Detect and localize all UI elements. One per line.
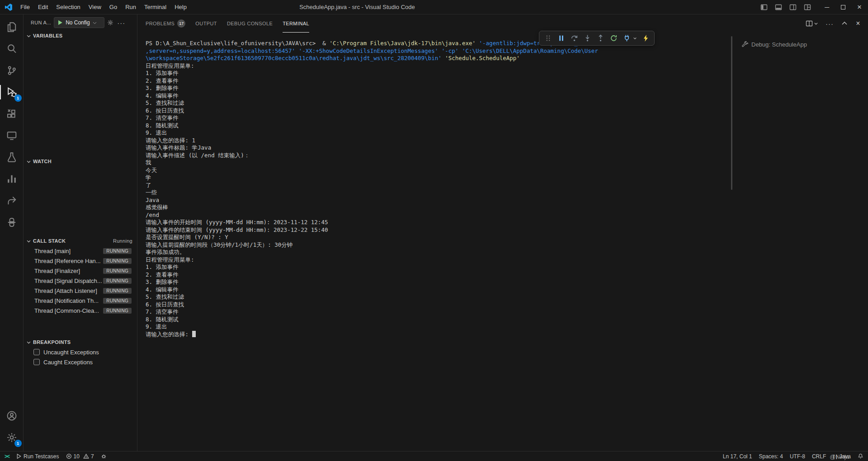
terminal-scrollbar[interactable] — [731, 36, 732, 190]
search-icon[interactable] — [0, 38, 24, 60]
problems-status[interactable]: 10 7 — [66, 453, 94, 460]
charts-icon[interactable] — [0, 168, 24, 190]
step-over-button[interactable] — [570, 34, 579, 43]
notifications-bell[interactable] — [858, 453, 863, 459]
run-testcases-button[interactable]: Run Testcases — [16, 453, 59, 460]
settings-gear-icon[interactable]: 1 — [0, 427, 24, 448]
remote-indicator[interactable]: >< — [5, 453, 9, 460]
accounts-icon[interactable] — [0, 405, 24, 427]
terminal-line: 8. 随机测试 — [146, 316, 734, 324]
explorer-icon[interactable] — [0, 16, 24, 38]
thread-state-badge: RUNNING — [103, 248, 132, 254]
minimize-button[interactable]: ─ — [825, 4, 829, 11]
panel-tab[interactable]: OUTPUT — [195, 14, 217, 33]
terminal-output[interactable]: PS D:\A_Shun_Exclusive\life_ofuniversity… — [137, 33, 734, 451]
thread-state-badge: RUNNING — [103, 308, 132, 314]
pause-button[interactable] — [557, 34, 566, 43]
menu-item[interactable]: File — [16, 0, 34, 14]
layout-panel-icon[interactable] — [775, 4, 782, 11]
testing-icon[interactable] — [0, 146, 24, 168]
menu-item[interactable]: Help — [170, 0, 191, 14]
call-stack-thread[interactable]: Thread [Notification Th... RUNNING — [24, 296, 137, 306]
panel-header: PROBLEMS 17 OUTPUT DEBUG CONSOLE — [137, 14, 868, 33]
hot-code-replace-button[interactable] — [641, 34, 650, 43]
share-icon[interactable] — [0, 190, 24, 212]
layout-secondary-sidebar-icon[interactable] — [789, 4, 797, 11]
start-debug-icon[interactable] — [57, 19, 63, 26]
menu-item[interactable]: Edit — [34, 0, 52, 14]
close-button[interactable]: × — [857, 3, 862, 12]
section-breakpoints[interactable]: BREAKPOINTS — [24, 337, 137, 347]
menu-item[interactable]: Terminal — [140, 0, 170, 14]
step-into-button[interactable] — [583, 34, 592, 43]
status-cursor-position[interactable]: Ln 17, Col 1 — [723, 453, 752, 460]
terminal-line: 请输入事件描述 (以 /end 结束输入)： — [146, 152, 734, 160]
call-stack-threads: Thread [main] RUNNING Thread [Reference … — [24, 246, 137, 315]
chevron-down-icon — [26, 239, 31, 244]
status-encoding[interactable]: UTF-8 — [790, 453, 805, 460]
panel-tab[interactable]: PROBLEMS 17 — [146, 14, 185, 33]
run-and-debug-icon[interactable]: 1 — [0, 81, 24, 103]
error-icon — [66, 453, 72, 459]
layout-sidebar-icon[interactable] — [760, 4, 768, 11]
panel-maximize-chevron[interactable] — [841, 20, 848, 27]
menu-item[interactable]: View — [85, 0, 105, 14]
customize-layout-icon[interactable] — [804, 4, 811, 11]
disconnect-button[interactable] — [622, 34, 631, 43]
sidebar-more-actions[interactable]: ··· — [116, 19, 126, 26]
debug-toolbar — [539, 31, 655, 46]
terminal-line: 2. 查看事件 — [146, 77, 734, 85]
panel-tab[interactable]: DEBUG CONSOLE — [227, 14, 273, 33]
section-call-stack[interactable]: CALL STACK Running — [24, 236, 137, 246]
call-stack-thread[interactable]: Thread [Common-Clea... RUNNING — [24, 306, 137, 315]
window-title: ScheduleApp.java - src - Visual Studio C… — [217, 4, 497, 10]
panel-tabs: PROBLEMS 17 OUTPUT DEBUG CONSOLE — [146, 14, 319, 33]
section-variables[interactable]: VARIABLES — [24, 31, 137, 41]
call-stack-thread[interactable]: Thread [Reference Han... RUNNING — [24, 256, 137, 266]
menu-item[interactable]: Selection — [52, 0, 84, 14]
title-bar: FileEditSelectionViewGoRunTerminalHelp S… — [0, 0, 868, 14]
section-watch[interactable]: WATCH — [24, 156, 137, 166]
panel-more-actions[interactable]: ··· — [825, 20, 835, 27]
chevron-down-icon[interactable] — [633, 36, 637, 40]
terminal-line: 是否设置提醒时间 (Y/N)? : Y — [146, 234, 734, 241]
call-stack-thread[interactable]: Thread [Attach Listener] RUNNING — [24, 286, 137, 296]
status-eol[interactable]: CRLF — [812, 453, 826, 460]
bottom-panel: PROBLEMS 17 OUTPUT DEBUG CONSOLE — [137, 14, 868, 451]
panel-tab[interactable]: TERMINAL — [283, 14, 309, 33]
breakpoints-list: Uncaught Exceptions Caught Exceptions — [24, 347, 137, 367]
gear-icon[interactable] — [107, 19, 113, 26]
panel-close-button[interactable]: × — [854, 20, 862, 27]
drag-grip-icon[interactable] — [543, 34, 552, 43]
status-language-mode[interactable]: { } Java — [833, 453, 851, 460]
breakpoint-checkbox[interactable] — [33, 349, 40, 355]
terminal-line: 7. 清空事件 — [146, 308, 734, 316]
terminal-line: 9. 退出 — [146, 323, 734, 331]
debug-status-icon[interactable] — [101, 453, 107, 459]
braces-icon: { } — [833, 454, 837, 459]
terminal-line: 9. 退出 — [146, 129, 734, 137]
step-out-button[interactable] — [596, 34, 605, 43]
menu-item[interactable]: Run — [121, 0, 140, 14]
breakpoint-row: Caught Exceptions — [24, 357, 137, 367]
terminal-instance-item[interactable]: Debug: ScheduleApp — [739, 40, 864, 49]
split-terminal-button[interactable] — [806, 20, 818, 27]
call-stack-thread[interactable]: Thread [Signal Dispatch... RUNNING — [24, 276, 137, 286]
status-indentation[interactable]: Spaces: 4 — [759, 453, 783, 460]
menu-item[interactable]: Go — [105, 0, 121, 14]
breakpoint-checkbox[interactable] — [33, 359, 40, 365]
panel-tab-label: TERMINAL — [283, 21, 309, 26]
python-icon[interactable] — [0, 212, 24, 233]
play-icon — [16, 453, 22, 459]
call-stack-thread[interactable]: Thread [Finalizer] RUNNING — [24, 266, 137, 276]
terminal-line: 4. 编辑事件 — [146, 92, 734, 100]
maximize-button[interactable] — [841, 5, 845, 9]
extensions-icon[interactable] — [0, 103, 24, 125]
source-control-icon[interactable] — [0, 60, 24, 81]
terminal-line: 3. 删除事件 — [146, 85, 734, 92]
remote-explorer-icon[interactable] — [0, 125, 24, 146]
debug-config-dropdown[interactable]: No Config — [54, 17, 104, 28]
call-stack-thread[interactable]: Thread [main] RUNNING — [24, 246, 137, 256]
terminal-cursor — [192, 331, 196, 337]
restart-button[interactable] — [609, 34, 618, 43]
